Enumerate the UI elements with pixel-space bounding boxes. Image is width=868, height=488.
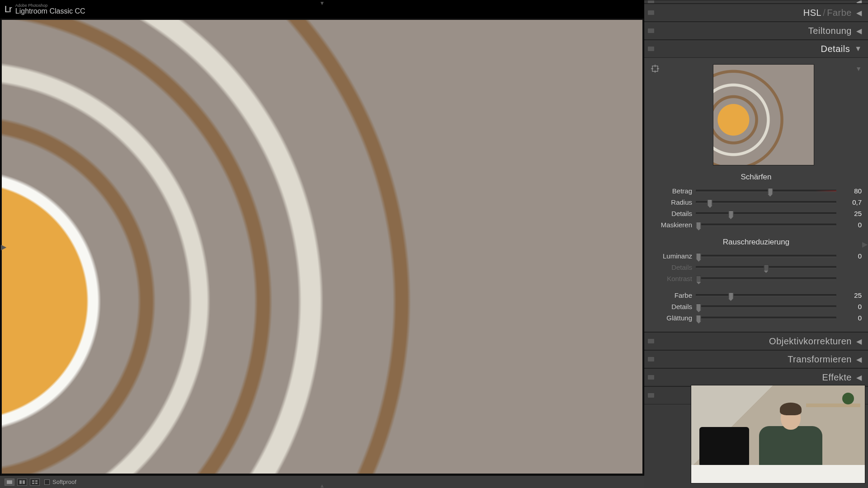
slider-thumb[interactable] bbox=[768, 188, 773, 195]
panel-switch-icon[interactable] bbox=[648, 10, 654, 15]
collapse-left-icon: ◀ bbox=[856, 9, 862, 17]
image-viewport[interactable]: ▶ bbox=[0, 18, 644, 475]
main-image-area: Lr Adobe Photoshop Lightroom Classic CC … bbox=[0, 0, 644, 488]
slider-luminanz[interactable]: Luminanz 0 bbox=[651, 250, 862, 262]
slider-label: Luminanz bbox=[651, 252, 696, 260]
bottom-toolbar: Softproof ▲ bbox=[0, 475, 644, 488]
slider-maskieren[interactable]: Maskieren 0 bbox=[651, 219, 862, 230]
softproof-label: Softproof bbox=[52, 479, 76, 485]
slider-track bbox=[696, 277, 836, 280]
svg-rect-2 bbox=[23, 480, 25, 484]
panel-hsl-farbe[interactable]: HSL/Farbe ◀ bbox=[644, 4, 868, 22]
detail-disclosure-icon[interactable]: ▼ bbox=[855, 65, 862, 72]
slider-thumb[interactable] bbox=[728, 292, 733, 299]
panel-objektivkorrekturen[interactable]: Objektivkorrekturen ◀ bbox=[644, 332, 868, 350]
slider-label: Maskieren bbox=[651, 221, 696, 229]
panel-switch-icon[interactable] bbox=[648, 375, 654, 380]
expand-down-icon: ▼ bbox=[854, 45, 862, 53]
slider-track bbox=[696, 266, 836, 268]
slider-track[interactable] bbox=[696, 224, 836, 226]
slider-label: Kontrast bbox=[651, 275, 696, 282]
slider-value[interactable]: 25 bbox=[836, 210, 862, 217]
slider-thumb[interactable] bbox=[696, 315, 701, 322]
view-mode-survey-button[interactable] bbox=[30, 479, 40, 486]
slider-value[interactable]: 0 bbox=[836, 303, 862, 310]
panel-details[interactable]: Details ▼ bbox=[644, 40, 868, 58]
slider-betrag[interactable]: Betrag 80 bbox=[651, 185, 862, 197]
slider-thumb[interactable] bbox=[696, 253, 701, 260]
softproof-toggle[interactable]: Softproof bbox=[44, 479, 76, 485]
slider-farbe-details[interactable]: Details 0 bbox=[651, 301, 862, 312]
slider-track[interactable] bbox=[696, 201, 836, 203]
detail-zoom-thumbnail[interactable] bbox=[713, 64, 814, 165]
panel-title: Effekte bbox=[654, 372, 856, 383]
svg-rect-0 bbox=[7, 480, 12, 484]
slider-farbe[interactable]: Farbe 25 bbox=[651, 290, 862, 301]
collapse-left-icon: ◀ bbox=[856, 0, 862, 4]
view-mode-compare-button[interactable] bbox=[17, 479, 27, 486]
photo-preview bbox=[2, 20, 642, 474]
panel-switch-icon[interactable] bbox=[648, 0, 654, 4]
sharpen-section-title: Schärfen bbox=[651, 173, 862, 182]
slider-label: Details bbox=[651, 303, 696, 310]
slider-label: Details bbox=[651, 210, 696, 217]
svg-rect-5 bbox=[32, 483, 34, 484]
softproof-checkbox[interactable] bbox=[44, 479, 50, 485]
slider-lum-details: Details bbox=[651, 262, 862, 273]
slider-value[interactable]: 0 bbox=[836, 252, 862, 260]
slider-label: Radius bbox=[651, 198, 696, 206]
panel-transformieren[interactable]: Transformieren ◀ bbox=[644, 350, 868, 368]
slider-value[interactable]: 25 bbox=[836, 291, 862, 299]
svg-rect-4 bbox=[35, 480, 38, 482]
slider-track[interactable] bbox=[696, 255, 836, 257]
svg-rect-6 bbox=[35, 483, 38, 484]
panel-switch-icon[interactable] bbox=[648, 393, 654, 398]
slider-label: Betrag bbox=[651, 187, 696, 195]
panel-title: Teiltonung bbox=[654, 26, 856, 36]
slider-label: Details bbox=[651, 263, 696, 271]
slider-label: Glättung bbox=[651, 314, 696, 322]
slider-label: Farbe bbox=[651, 291, 696, 299]
panel-details-body: ▼ Schärfen Betrag 80 Radius 0,7 Details … bbox=[644, 58, 868, 332]
view-mode-single-button[interactable] bbox=[5, 479, 14, 486]
slider-track[interactable] bbox=[696, 212, 836, 215]
app-logo: Lr bbox=[5, 4, 12, 14]
panel-switch-icon[interactable] bbox=[648, 357, 654, 361]
slider-thumb[interactable] bbox=[728, 211, 733, 217]
slider-track[interactable] bbox=[696, 305, 836, 308]
panel-switch-icon[interactable] bbox=[648, 28, 654, 33]
panel-switch-icon[interactable] bbox=[648, 47, 654, 51]
slider-thumb[interactable] bbox=[708, 199, 712, 206]
slider-value[interactable]: 80 bbox=[836, 187, 862, 195]
panel-title: Objektivkorrekturen bbox=[654, 336, 856, 347]
panel-teiltonung[interactable]: Teiltonung ◀ bbox=[644, 22, 868, 40]
top-panel-toggle-icon[interactable]: ▼ bbox=[320, 0, 325, 6]
slider-thumb[interactable] bbox=[696, 304, 701, 310]
collapse-left-icon: ◀ bbox=[856, 337, 862, 346]
slider-details-sharpen[interactable]: Details 25 bbox=[651, 208, 862, 219]
panel-effekte[interactable]: Effekte ◀ bbox=[644, 368, 868, 386]
panel-title: HSL/Farbe bbox=[654, 8, 856, 18]
slider-track[interactable] bbox=[696, 190, 836, 192]
panel-title: Details bbox=[654, 44, 854, 54]
slider-glaettung[interactable]: Glättung 0 bbox=[651, 312, 862, 324]
slider-kontrast: Kontrast bbox=[651, 273, 862, 284]
detail-target-picker-icon[interactable] bbox=[651, 64, 660, 73]
slider-value[interactable]: 0 bbox=[836, 221, 862, 229]
webcam-overlay bbox=[691, 385, 865, 483]
slider-track[interactable] bbox=[696, 294, 836, 296]
svg-rect-3 bbox=[32, 480, 34, 482]
slider-track[interactable] bbox=[696, 317, 836, 319]
collapse-left-icon: ◀ bbox=[856, 355, 862, 364]
slider-value[interactable]: 0 bbox=[836, 314, 862, 322]
slider-thumb bbox=[764, 264, 769, 271]
slider-thumb[interactable] bbox=[696, 222, 701, 229]
slider-radius[interactable]: Radius 0,7 bbox=[651, 197, 862, 208]
slider-value[interactable]: 0,7 bbox=[836, 198, 862, 206]
app-name: Lightroom Classic CC bbox=[15, 8, 85, 15]
panel-switch-icon[interactable] bbox=[648, 339, 654, 343]
filmstrip-toggle-icon[interactable]: ▲ bbox=[320, 483, 325, 488]
collapse-left-icon: ◀ bbox=[856, 373, 862, 382]
panel-gradationskurve[interactable]: Gradationskurve ◀ bbox=[644, 0, 868, 4]
panel-title: Transformieren bbox=[654, 354, 856, 365]
